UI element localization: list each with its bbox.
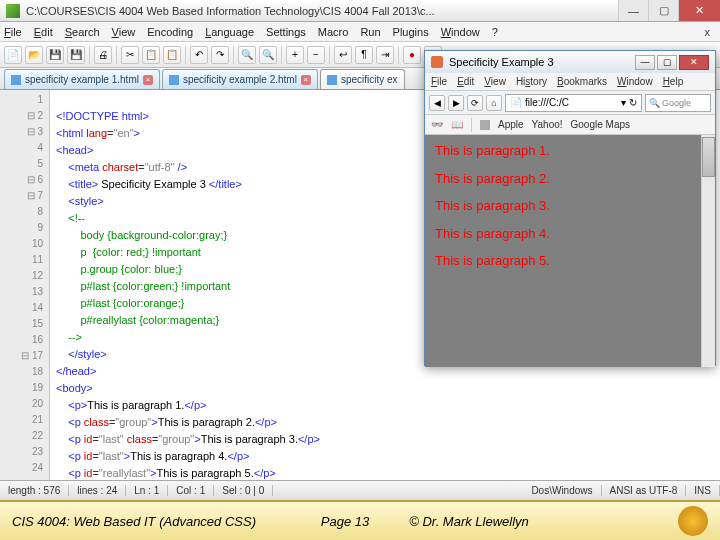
menu-edit[interactable]: Edit bbox=[34, 26, 53, 38]
slide-footer: CIS 4004: Web Based IT (Advanced CSS) Pa… bbox=[0, 500, 720, 540]
show-chars-icon[interactable]: ¶ bbox=[355, 46, 373, 64]
browser-menu-history[interactable]: History bbox=[516, 76, 547, 87]
find-icon[interactable]: 🔍 bbox=[238, 46, 256, 64]
rendered-p3: This is paragraph 3. bbox=[435, 198, 705, 214]
window-titlebar: C:\COURSES\CIS 4004 Web Based Informatio… bbox=[0, 0, 720, 22]
search-engine-icon: 🔍 bbox=[649, 98, 660, 108]
file-icon bbox=[169, 75, 179, 85]
browser-viewport[interactable]: This is paragraph 1. This is paragraph 2… bbox=[425, 135, 715, 367]
browser-menu-file[interactable]: File bbox=[431, 76, 447, 87]
tab-file-3[interactable]: specificity ex bbox=[320, 69, 405, 89]
menu-file[interactable]: File bbox=[4, 26, 22, 38]
dropdown-icon[interactable]: ▾ bbox=[621, 97, 626, 108]
footer-logo-icon bbox=[678, 506, 708, 536]
paste-icon[interactable]: 📋 bbox=[163, 46, 181, 64]
copy-icon[interactable]: 📋 bbox=[142, 46, 160, 64]
bookmark-apple-icon bbox=[480, 120, 490, 130]
menu-help[interactable]: ? bbox=[492, 26, 498, 38]
menu-window[interactable]: Window bbox=[441, 26, 480, 38]
browser-menu-edit[interactable]: Edit bbox=[457, 76, 474, 87]
line-gutter: 1⊟ 2 ⊟ 34 5⊟ 6 ⊟ 78 910 1112 1314 1516 ⊟… bbox=[0, 90, 50, 480]
bookmark-yahoo[interactable]: Yahoo! bbox=[532, 119, 563, 130]
footer-right: © Dr. Mark Llewellyn bbox=[409, 514, 678, 529]
window-title: C:\COURSES\CIS 4004 Web Based Informatio… bbox=[26, 5, 618, 17]
file-icon bbox=[327, 75, 337, 85]
browser-scrollbar[interactable] bbox=[701, 135, 715, 367]
search-field[interactable]: 🔍 Google bbox=[645, 94, 711, 112]
save-icon[interactable]: 💾 bbox=[46, 46, 64, 64]
tab-close-icon[interactable]: × bbox=[143, 75, 153, 85]
macro-record-icon[interactable]: ● bbox=[403, 46, 421, 64]
maximize-button[interactable]: ▢ bbox=[648, 0, 678, 21]
footer-center: Page 13 bbox=[281, 514, 409, 529]
reload-button[interactable]: ⟳ bbox=[467, 95, 483, 111]
replace-icon[interactable]: 🔍 bbox=[259, 46, 277, 64]
browser-maximize-button[interactable]: ▢ bbox=[657, 55, 677, 70]
browser-window: Specificity Example 3 — ▢ ✕ File Edit Vi… bbox=[424, 50, 716, 366]
status-ins: INS bbox=[686, 485, 720, 496]
print-icon[interactable]: 🖨 bbox=[94, 46, 112, 64]
tab-close-icon[interactable]: × bbox=[301, 75, 311, 85]
browser-close-button[interactable]: ✕ bbox=[679, 55, 709, 70]
main-menubar: File Edit Search View Encoding Language … bbox=[0, 22, 720, 42]
menu-search[interactable]: Search bbox=[65, 26, 100, 38]
minimize-button[interactable]: — bbox=[618, 0, 648, 21]
bookmark-readinglist-icon[interactable]: 👓 bbox=[431, 119, 443, 131]
browser-menu-view[interactable]: View bbox=[484, 76, 506, 87]
menu-macro[interactable]: Macro bbox=[318, 26, 349, 38]
back-button[interactable]: ◀ bbox=[429, 95, 445, 111]
tab-file-2[interactable]: specificity example 2.html × bbox=[162, 69, 318, 89]
file-icon bbox=[11, 75, 21, 85]
browser-titlebar: Specificity Example 3 — ▢ ✕ bbox=[425, 51, 715, 73]
page-icon: 📄 bbox=[510, 97, 522, 108]
zoom-out-icon[interactable]: − bbox=[307, 46, 325, 64]
wrap-icon[interactable]: ↩ bbox=[334, 46, 352, 64]
status-bar: length : 576 lines : 24 Ln : 1 Col : 1 S… bbox=[0, 480, 720, 500]
tab-file-1[interactable]: specificity example 1.html × bbox=[4, 69, 160, 89]
status-lines: lines : 24 bbox=[69, 485, 126, 496]
tab-label: specificity ex bbox=[341, 74, 398, 85]
new-file-icon[interactable]: 📄 bbox=[4, 46, 22, 64]
status-col: Col : 1 bbox=[168, 485, 214, 496]
status-eol: Dos\Windows bbox=[523, 485, 601, 496]
status-sel: Sel : 0 | 0 bbox=[214, 485, 273, 496]
browser-app-icon bbox=[431, 56, 443, 68]
save-all-icon[interactable]: 💾 bbox=[67, 46, 85, 64]
browser-menubar: File Edit View History Bookmarks Window … bbox=[425, 73, 715, 91]
browser-title: Specificity Example 3 bbox=[449, 56, 554, 68]
rendered-p4: This is paragraph 4. bbox=[435, 226, 705, 242]
zoom-in-icon[interactable]: + bbox=[286, 46, 304, 64]
indent-icon[interactable]: ⇥ bbox=[376, 46, 394, 64]
browser-menu-help[interactable]: Help bbox=[663, 76, 684, 87]
browser-menu-bookmarks[interactable]: Bookmarks bbox=[557, 76, 607, 87]
cut-icon[interactable]: ✂ bbox=[121, 46, 139, 64]
browser-minimize-button[interactable]: — bbox=[635, 55, 655, 70]
forward-button[interactable]: ▶ bbox=[448, 95, 464, 111]
menu-encoding[interactable]: Encoding bbox=[147, 26, 193, 38]
open-file-icon[interactable]: 📂 bbox=[25, 46, 43, 64]
menu-run[interactable]: Run bbox=[360, 26, 380, 38]
menu-language[interactable]: Language bbox=[205, 26, 254, 38]
browser-menu-window[interactable]: Window bbox=[617, 76, 653, 87]
home-button[interactable]: ⌂ bbox=[486, 95, 502, 111]
menu-plugins[interactable]: Plugins bbox=[393, 26, 429, 38]
close-button[interactable]: ✕ bbox=[678, 0, 720, 21]
status-length: length : 576 bbox=[0, 485, 69, 496]
tab-label: specificity example 2.html bbox=[183, 74, 297, 85]
menu-close-x[interactable]: x bbox=[699, 26, 717, 38]
redo-icon[interactable]: ↷ bbox=[211, 46, 229, 64]
app-icon bbox=[6, 4, 20, 18]
go-button[interactable]: ↻ bbox=[629, 97, 637, 108]
menu-settings[interactable]: Settings bbox=[266, 26, 306, 38]
undo-icon[interactable]: ↶ bbox=[190, 46, 208, 64]
bookmark-gmaps[interactable]: Google Maps bbox=[571, 119, 630, 130]
menu-view[interactable]: View bbox=[112, 26, 136, 38]
bookmark-book-icon[interactable]: 📖 bbox=[451, 119, 463, 131]
address-field[interactable]: 📄 file:///C:/C ▾ ↻ bbox=[505, 94, 642, 112]
bookmark-apple[interactable]: Apple bbox=[498, 119, 524, 130]
scrollbar-thumb[interactable] bbox=[702, 137, 715, 177]
tab-label: specificity example 1.html bbox=[25, 74, 139, 85]
footer-left: CIS 4004: Web Based IT (Advanced CSS) bbox=[12, 514, 281, 529]
rendered-p5: This is paragraph 5. bbox=[435, 253, 705, 269]
status-encoding: ANSI as UTF-8 bbox=[602, 485, 687, 496]
